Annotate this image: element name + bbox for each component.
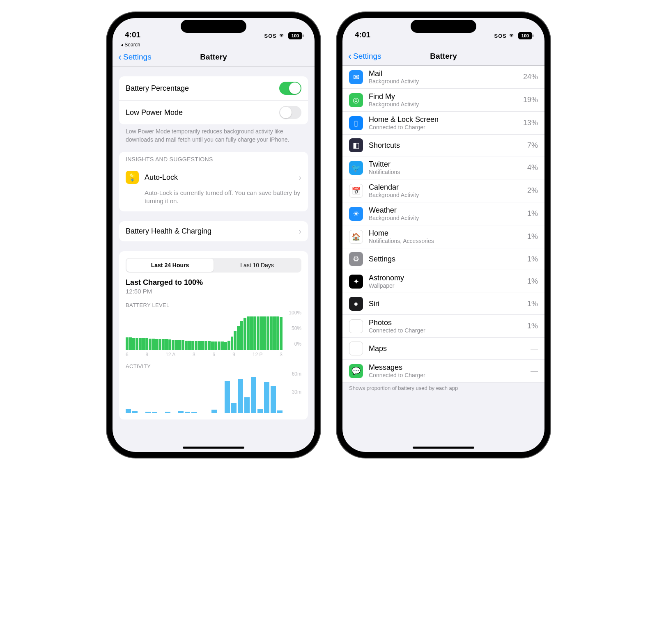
breadcrumb-back[interactable]: ◂ Search — [113, 41, 315, 48]
app-icon: ✿ — [349, 319, 363, 333]
level-bar — [136, 338, 138, 350]
battery-indicator: 100 — [518, 32, 532, 39]
nav-bar: ‹ Settings Battery — [342, 47, 544, 66]
app-row[interactable]: ▯Home & Lock ScreenConnected to Charger1… — [342, 112, 544, 135]
app-subtitle: Notifications — [369, 169, 521, 175]
x-tick: 9 — [146, 352, 149, 358]
app-name: Messages — [369, 363, 525, 372]
level-bar — [159, 339, 161, 350]
activity-bar — [277, 410, 283, 413]
content-right[interactable]: ✉MailBackground Activity24%◎Find MyBackg… — [342, 66, 544, 452]
level-bar — [132, 338, 135, 350]
auto-lock-row[interactable]: 💡 Auto-Lock › — [119, 166, 308, 189]
battery-level-label: BATTERY LEVEL — [126, 295, 301, 311]
chevron-right-icon: › — [299, 173, 301, 182]
status-bar: 4:01 SOS ᯤ 100 — [342, 18, 544, 41]
y-50: 50% — [292, 325, 301, 331]
y-0: 0% — [294, 341, 301, 347]
app-name: Astronomy — [369, 274, 521, 282]
app-percentage: 13% — [523, 119, 538, 127]
phone-left: 4:01 SOS ᯤ 100 ◂ Search ‹ Settings Batte… — [107, 12, 320, 458]
level-bar — [234, 331, 237, 350]
level-bar — [126, 337, 129, 350]
auto-lock-description: Auto-Lock is currently turned off. You c… — [119, 189, 308, 211]
segment-24h[interactable]: Last 24 Hours — [126, 259, 214, 272]
sos-indicator: SOS — [264, 33, 277, 39]
activity-bar — [244, 397, 250, 413]
app-row[interactable]: 🏠HomeNotifications, Accessories1% — [342, 225, 544, 248]
app-row[interactable]: ✿PhotosConnected to Charger1% — [342, 315, 544, 338]
home-indicator[interactable] — [413, 447, 474, 449]
activity-bar — [165, 412, 170, 413]
level-bar — [188, 341, 191, 350]
home-indicator[interactable] — [183, 447, 244, 449]
level-bar — [260, 316, 263, 350]
app-text: AstronomyWallpaper — [369, 274, 521, 289]
level-bar — [218, 341, 221, 350]
segment-10d[interactable]: Last 10 Days — [214, 259, 301, 272]
act-y-60: 60m — [292, 371, 301, 377]
battery-health-row[interactable]: Battery Health & Charging › — [119, 221, 308, 241]
activity-bar — [191, 412, 197, 413]
app-row[interactable]: ✉MailBackground Activity24% — [342, 66, 544, 89]
app-row[interactable]: 📅CalendarBackground Activity2% — [342, 179, 544, 202]
level-bar — [139, 338, 142, 350]
level-bar — [195, 341, 198, 350]
battery-percentage-toggle[interactable] — [279, 82, 301, 95]
app-subtitle: Background Activity — [369, 192, 521, 198]
low-power-row[interactable]: Low Power Mode — [119, 101, 308, 124]
app-text: Find MyBackground Activity — [369, 92, 517, 108]
act-y-30: 30m — [292, 389, 301, 395]
app-icon: ▲ — [349, 341, 363, 355]
activity-bar — [185, 412, 190, 413]
activity-bar — [152, 412, 157, 413]
status-time: 4:01 — [355, 30, 370, 39]
last-charged-time: 12:50 PM — [126, 288, 301, 295]
nav-back-button[interactable]: ‹ Settings — [348, 50, 381, 62]
app-subtitle: Connected to Charger — [369, 124, 517, 131]
activity-bar — [211, 410, 217, 413]
app-row[interactable]: ✦AstronomyWallpaper1% — [342, 270, 544, 293]
app-percentage: 1% — [527, 277, 538, 286]
level-bar — [270, 316, 273, 350]
app-icon: ☀ — [349, 207, 363, 221]
app-percentage: 2% — [527, 186, 538, 195]
app-row[interactable]: 💬MessagesConnected to Charger— — [342, 360, 544, 383]
app-row[interactable]: ▲Maps— — [342, 338, 544, 360]
last-charged-title: Last Charged to 100% — [126, 278, 301, 288]
nav-back-label: Settings — [353, 52, 381, 61]
app-name: Twitter — [369, 160, 521, 169]
app-percentage: 4% — [527, 163, 538, 172]
chevron-right-icon: › — [299, 227, 301, 236]
app-subtitle: Background Activity — [369, 78, 517, 85]
activity-bar — [231, 403, 237, 413]
level-bar — [191, 341, 194, 350]
app-icon: ⚙ — [349, 252, 363, 266]
low-power-toggle[interactable] — [279, 106, 301, 119]
phone-right: 4:01 SOS ᯤ 100 ‹ Settings Battery ✉MailB… — [337, 12, 550, 458]
level-bar — [263, 316, 266, 350]
app-icon: ✦ — [349, 275, 363, 289]
low-power-description: Low Power Mode temporarily reduces backg… — [119, 124, 308, 144]
level-bar — [240, 321, 243, 350]
app-row[interactable]: 🐦TwitterNotifications4% — [342, 156, 544, 179]
app-text: Maps — [369, 344, 525, 353]
app-text: Settings — [369, 255, 521, 264]
low-power-label: Low Power Mode — [126, 108, 279, 117]
app-row[interactable]: ☀WeatherBackground Activity1% — [342, 202, 544, 225]
app-row[interactable]: ◎Find MyBackground Activity19% — [342, 89, 544, 112]
activity-bar — [225, 381, 230, 413]
battery-percentage-row[interactable]: Battery Percentage — [119, 76, 308, 101]
content-left[interactable]: Battery Percentage Low Power Mode Low Po… — [113, 66, 315, 452]
app-row[interactable]: ⚙Settings1% — [342, 248, 544, 270]
app-row[interactable]: ◧Shortcuts7% — [342, 135, 544, 156]
level-bar — [185, 341, 188, 350]
nav-title: Battery — [430, 52, 457, 61]
app-row[interactable]: ●Siri1% — [342, 293, 544, 315]
nav-back-button[interactable]: ‹ Settings — [118, 51, 152, 63]
battery-percentage-label: Battery Percentage — [126, 84, 279, 93]
wifi-icon: ᯤ — [279, 32, 286, 39]
app-name: Weather — [369, 206, 521, 215]
segmented-control: Last 24 Hours Last 10 Days — [126, 258, 301, 273]
x-tick: 12 A — [165, 352, 175, 358]
